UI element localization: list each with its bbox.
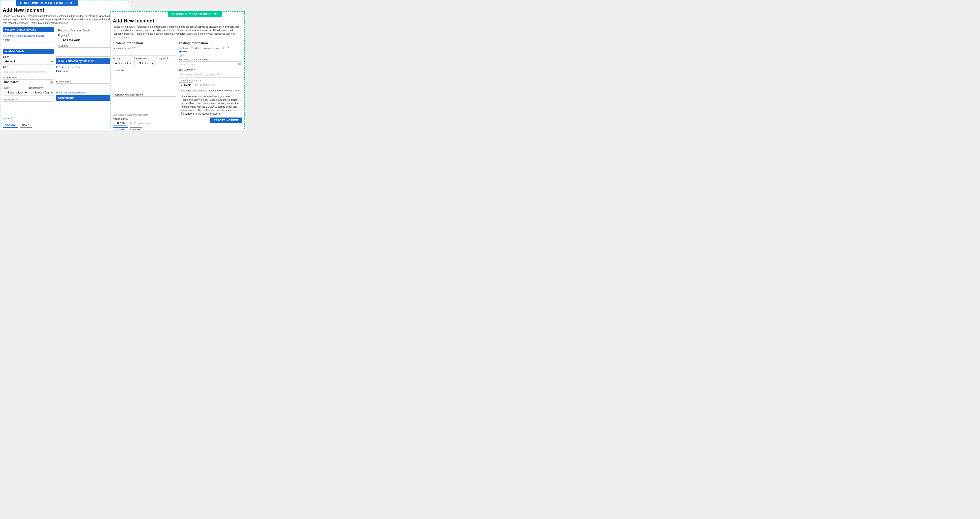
facility-select[interactable]: -- Select a facility -- [3, 90, 28, 96]
response-manager-notes-textarea[interactable] [113, 96, 176, 112]
covid-desc-info-icon: ? [126, 69, 127, 72]
incident-details-header: Incident Details [3, 49, 54, 54]
consent-text-box: I have received and reviewed my organiza… [179, 93, 242, 111]
title-input[interactable] [3, 69, 54, 75]
impacted-person-info-icon: ? [132, 47, 134, 49]
non-covid-disclaimer: Please note that any Personal Health Inf… [3, 14, 127, 25]
edit-icon: ⊞ [3, 34, 5, 37]
no-radio[interactable] [179, 54, 182, 57]
drop-file-text: Drop file here [200, 83, 215, 86]
description-textarea[interactable] [3, 101, 54, 115]
drop-files-text: Drop files here [134, 122, 150, 125]
drop-icon: 📎 [129, 121, 132, 125]
department-select[interactable]: -- Select a Department -- [29, 90, 54, 96]
test-date-input[interactable] [179, 61, 242, 67]
testing-info-title: Testing Information [179, 41, 242, 45]
covid-upload-button[interactable]: UPLOAD [113, 121, 127, 126]
covid-positive-radio-group: Yes No [179, 50, 242, 57]
covid-description-textarea[interactable] [113, 72, 176, 90]
incident-date-input[interactable] [3, 79, 54, 85]
reporter-section-header: Reporter Contact Details [3, 27, 54, 32]
assigned-to-input[interactable] [156, 60, 176, 66]
covid-label: COVID-19 RELATED INCIDENT [168, 11, 222, 17]
non-covid-close-icon[interactable]: ✕ [127, 1, 129, 4]
calendar-icon: 📅 [50, 81, 53, 84]
covid-panel: COVID-19 RELATED INCIDENT ✕ Add New Inci… [110, 11, 245, 130]
consent-checkbox-label: I consent to the above statement [183, 112, 222, 115]
only-visible-note: Only visible to Response Managers [113, 114, 176, 116]
switch-icon: ⊞ [56, 65, 58, 68]
covid-page-title: Add New Incident [113, 18, 242, 24]
non-covid-page-title: Add New Incident [3, 7, 127, 13]
incident-info-title: Incident Information [113, 41, 176, 45]
cancel-button[interactable]: CANCEL [3, 122, 18, 127]
test-date-calendar-icon: 📅 [238, 64, 241, 67]
consent-checkbox[interactable] [179, 112, 182, 115]
covid-department-select[interactable]: -- Select a Department -- [134, 60, 154, 66]
drop-file-icon: 📎 [195, 83, 198, 86]
covid-back-button[interactable]: BACK [130, 127, 142, 130]
covid-facility-select[interactable]: -- Select a facility -- [113, 60, 133, 66]
name-input[interactable] [3, 41, 54, 48]
test-location-input[interactable] [179, 72, 242, 78]
yes-radio-label[interactable]: Yes [179, 50, 242, 53]
impacted-person-input[interactable] [113, 50, 176, 56]
add-icon: ⊕ [56, 91, 58, 94]
upload-test-result-button[interactable]: UPLOAD [179, 83, 193, 87]
no-radio-label[interactable]: No [179, 54, 242, 57]
covid-disclaimer: Please note that any Personal Health Inf… [113, 25, 242, 39]
covid-cancel-button[interactable]: CANCEL [113, 127, 128, 130]
covid-close-icon[interactable]: ✕ [242, 12, 244, 15]
switch-user-search-link[interactable]: ⊞ Switch to User Search [56, 65, 83, 68]
non-covid-label: NON-COVID-19 RELATED INCIDENT [16, 0, 78, 6]
back-button[interactable]: BACK [20, 122, 32, 127]
yes-radio[interactable] [179, 50, 182, 53]
name-label: Name* [3, 38, 54, 41]
type-select[interactable]: General [3, 59, 54, 64]
manually-input-link[interactable]: ⊞ Manually Input Contact Information [3, 34, 44, 37]
impact-info-icon: ? [11, 117, 12, 119]
report-incident-button[interactable]: REPORT INCIDENT [210, 118, 242, 123]
add-impacted-person-link[interactable]: ⊕ Add an Impacted Person [56, 91, 86, 94]
